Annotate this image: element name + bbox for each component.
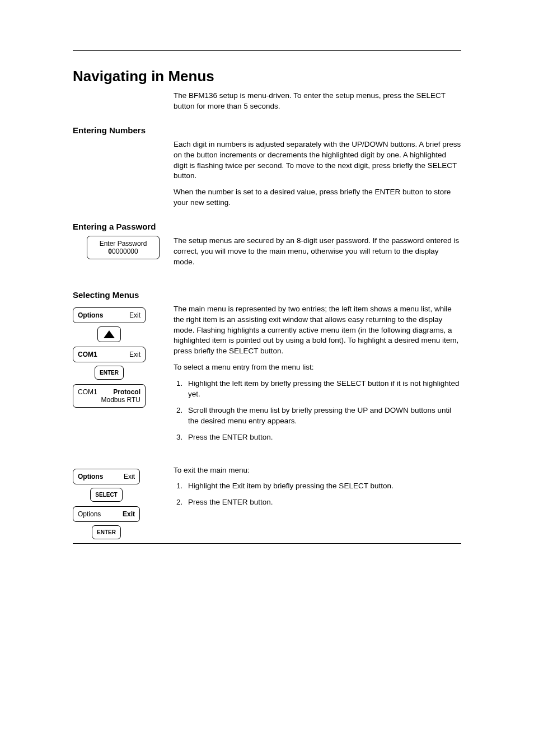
flow2-box1-right: Exit (124, 473, 135, 480)
numbers-para-2: When the number is set to a desired valu… (174, 187, 461, 208)
heading-entering-password: Entering a Password (73, 222, 461, 231)
flow-select-entry: Options Exit COM1 Exit ENTER COM1 Protoc… (73, 307, 146, 408)
flow2-box2: Options Exit (73, 506, 140, 522)
selectmenus-body-1: The main menu is represented by two entr… (174, 304, 461, 449)
flow2-box2-left: Options (78, 510, 101, 518)
selectmenus-row-1: Options Exit COM1 Exit ENTER COM1 Protoc… (73, 304, 461, 449)
selectmenus-step-3: Press the ENTER button. (185, 432, 461, 443)
flow2-box2-right: Exit (123, 510, 135, 518)
flow2-box1-left: Options (78, 473, 103, 480)
flow1-box2: COM1 Exit (73, 347, 146, 362)
exit-step-1: Highlight the Exit item by briefly press… (185, 481, 461, 492)
flow1-box2-left: COM1 (78, 351, 97, 358)
heading-selecting-menus: Selecting Menus (73, 290, 461, 300)
page: Navigating in Menus The BFM136 setup is … (0, 0, 534, 628)
selectmenus-step-1: Highlight the left item by briefly press… (185, 379, 461, 400)
lcd-password-box: Enter Password 00000000 (87, 236, 160, 259)
selectmenus-figure-2: Options Exit SELECT Options Exit ENTER (73, 465, 174, 544)
password-para: The setup menus are secured by an 8-digi… (174, 236, 461, 268)
selectmenus-lead: To select a menu entry from the menu lis… (174, 362, 461, 373)
flow1-box1-right: Exit (129, 311, 140, 319)
lcd-password-digit-highlight: 0 (108, 248, 112, 255)
flow1-box2-right: Exit (129, 351, 140, 358)
selectmenus-figure-1: Options Exit COM1 Exit ENTER COM1 Protoc… (73, 304, 174, 408)
selectmenus-para-1: The main menu is represented by two entr… (174, 304, 461, 357)
exit-step-2: Press the ENTER button. (185, 497, 461, 508)
lcd-password-digits-rest: 0000000 (112, 248, 138, 255)
intro-block: The BFM136 setup is menu-driven. To ente… (174, 91, 461, 112)
flow1-box3-right: Protocol (113, 388, 140, 396)
selectmenus-steps: Highlight the left item by briefly press… (174, 379, 461, 442)
flow-exit-menu: Options Exit SELECT Options Exit ENTER (73, 469, 140, 539)
flow1-box3: COM1 Protocol Modbus RTU (73, 384, 146, 408)
password-row: Enter Password 00000000 The setup menus … (73, 236, 461, 273)
flow1-box3-line2: Modbus RTU (78, 396, 140, 404)
select-button-label: SELECT (90, 488, 122, 502)
flow1-box1-left: Options (78, 311, 103, 319)
lcd-password-label: Enter Password (92, 240, 154, 248)
flow2-box1: Options Exit (73, 469, 140, 484)
intro-paragraph: The BFM136 setup is menu-driven. To ente… (174, 91, 461, 112)
selectmenus-row-2: Options Exit SELECT Options Exit ENTER T… (73, 465, 461, 544)
flow1-box3-left: COM1 (78, 388, 97, 396)
exit-lead: To exit the main menu: (174, 465, 461, 476)
header-rule (73, 50, 461, 51)
selectmenus-body-2: To exit the main menu: Highlight the Exi… (174, 465, 461, 514)
enter-button-label-1: ENTER (95, 366, 124, 380)
flow1-box1: Options Exit (73, 307, 146, 323)
heading-entering-numbers: Entering Numbers (73, 125, 461, 135)
numbers-block: Each digit in numbers is adjusted separa… (174, 139, 461, 208)
exit-steps: Highlight the Exit item by briefly press… (174, 481, 461, 508)
up-arrow-icon (97, 326, 121, 342)
footer-rule (73, 543, 461, 544)
password-body: The setup menus are secured by an 8-digi… (174, 236, 461, 273)
selectmenus-step-2: Scroll through the menu list by briefly … (185, 405, 461, 427)
page-title: Navigating in Menus (73, 68, 461, 85)
numbers-para-1: Each digit in numbers is adjusted separa… (174, 139, 461, 182)
lcd-password-value: 00000000 (92, 248, 154, 255)
enter-button-label-2: ENTER (92, 525, 121, 539)
password-figure: Enter Password 00000000 (73, 236, 174, 259)
